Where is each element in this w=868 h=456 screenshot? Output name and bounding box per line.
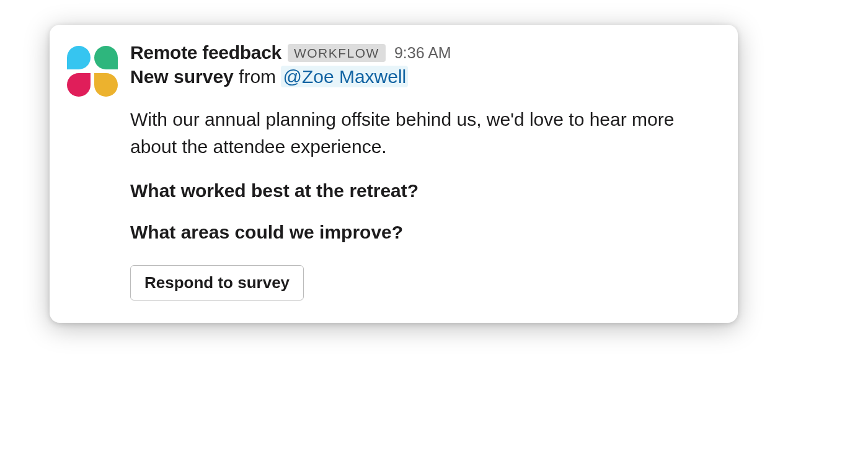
- message-body: With our annual planning offsite behind …: [130, 106, 715, 160]
- workflow-avatar-icon: [67, 46, 118, 97]
- survey-title-line: New survey from @Zoe Maxwell: [130, 64, 715, 89]
- user-mention[interactable]: @Zoe Maxwell: [281, 66, 408, 87]
- message-card: Remote feedback WORKFLOW 9:36 AM New sur…: [50, 25, 738, 323]
- survey-from-text: from: [234, 66, 281, 87]
- petal-icon: [94, 73, 118, 97]
- message-content: Remote feedback WORKFLOW 9:36 AM New sur…: [130, 42, 715, 300]
- question-1: What worked best at the retreat?: [130, 178, 715, 203]
- petal-icon: [67, 46, 91, 69]
- message-header: Remote feedback WORKFLOW 9:36 AM: [130, 42, 715, 63]
- timestamp[interactable]: 9:36 AM: [394, 44, 451, 62]
- petal-icon: [67, 73, 91, 97]
- survey-label: New survey: [130, 66, 234, 87]
- workflow-badge: WORKFLOW: [288, 44, 386, 62]
- sender-name[interactable]: Remote feedback: [130, 42, 281, 63]
- respond-button[interactable]: Respond to survey: [130, 265, 304, 300]
- question-2: What areas could we improve?: [130, 220, 715, 244]
- petal-icon: [94, 46, 118, 69]
